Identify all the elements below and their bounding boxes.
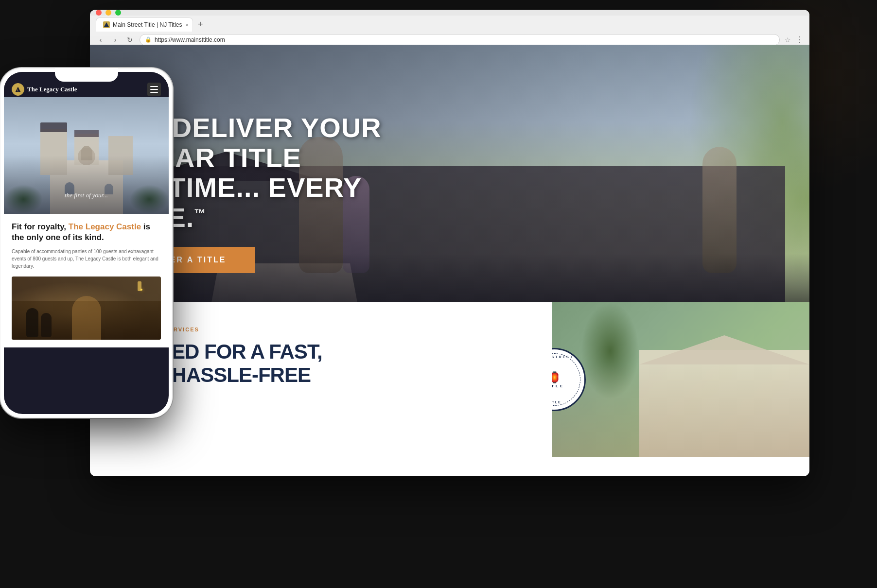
browser-menu-button[interactable]: ⋮ (796, 35, 804, 44)
browser-tabs: Main Street Title | NJ Titles × + (90, 16, 809, 32)
badge-lantern-icon: 🏮 (552, 371, 561, 384)
phone-content: Fit for royalty, The Legacy Castle is th… (4, 214, 169, 347)
new-tab-button[interactable]: + (194, 17, 207, 32)
services-headline: AMLINED FOR A FAST, RATE, HASSLE-FREE NG… (109, 340, 532, 411)
phone-notch (55, 68, 118, 82)
phone-mockup: L The Legacy Castle (0, 68, 173, 418)
browser-chrome: Main Street Title | NJ Titles × + ‹ › ↻ … (90, 10, 809, 45)
browser-tab-active[interactable]: Main Street Title | NJ Titles × (96, 17, 193, 32)
phone-bottom-image (12, 277, 161, 340)
phone-logo: L The Legacy Castle (12, 83, 77, 96)
scene: Main Street Title | NJ Titles × + ‹ › ↻ … (0, 0, 877, 588)
phone-body-text: Capable of accommodating parties of 100 … (12, 248, 161, 270)
services-label: & SETTLEMENT SERVICES (109, 327, 532, 332)
traffic-light-minimize[interactable] (105, 10, 111, 16)
back-button[interactable]: ‹ (96, 35, 105, 45)
below-fold-section: & SETTLEMENT SERVICES AMLINED FOR A FAST… (90, 302, 809, 457)
forward-button[interactable]: › (110, 35, 120, 45)
lock-icon: 🔒 (145, 36, 152, 43)
phone-frame: L The Legacy Castle (0, 68, 173, 418)
browser-window: Main Street Title | NJ Titles × + ‹ › ↻ … (90, 10, 809, 476)
address-bar[interactable]: 🔒 https://www.mainsttitle.com (140, 34, 780, 46)
traffic-light-maximize[interactable] (115, 10, 121, 16)
badge-text-main-street: MAIN STREET (552, 355, 574, 359)
tab-close-button[interactable]: × (186, 22, 189, 28)
traffic-light-close[interactable] (96, 10, 102, 16)
phone-heading-part1: Fit for royalty, (12, 222, 69, 231)
url-display: https://www.mainsttitle.com (155, 36, 225, 43)
website-content: WE DELIVER YOUR CLEAR TITLE ON TIME... E… (90, 45, 809, 476)
svg-text:L: L (17, 89, 19, 92)
svg-marker-0 (104, 22, 109, 27)
house-photo (552, 302, 809, 457)
phone-logo-text: The Legacy Castle (27, 86, 77, 93)
hero-content: WE DELIVER YOUR CLEAR TITLE ON TIME... E… (90, 45, 809, 273)
phone-screen: L The Legacy Castle (4, 72, 169, 414)
phone-hero-image: the first of your... (4, 97, 169, 214)
badge-text-bottom: TITLE (552, 400, 561, 404)
browser-titlebar (90, 10, 809, 16)
house-photo-section: MAIN STREET 🏮 TITLE TITLE (552, 302, 809, 457)
refresh-button[interactable]: ↻ (125, 35, 135, 45)
badge-title-text: TITLE (552, 384, 564, 388)
phone-hamburger-menu[interactable] (147, 83, 161, 96)
bookmark-button[interactable]: ☆ (785, 36, 791, 44)
phone-logo-badge: L (12, 83, 24, 96)
castle-overlay-caption: the first of your... (4, 190, 169, 199)
tab-title: Main Street Title | NJ Titles (113, 21, 182, 28)
phone-heading-highlight: The Legacy Castle (69, 222, 141, 231)
tab-favicon (103, 21, 110, 28)
hero-section: WE DELIVER YOUR CLEAR TITLE ON TIME... E… (90, 45, 809, 302)
phone-heading: Fit for royalty, The Legacy Castle is th… (12, 222, 161, 243)
